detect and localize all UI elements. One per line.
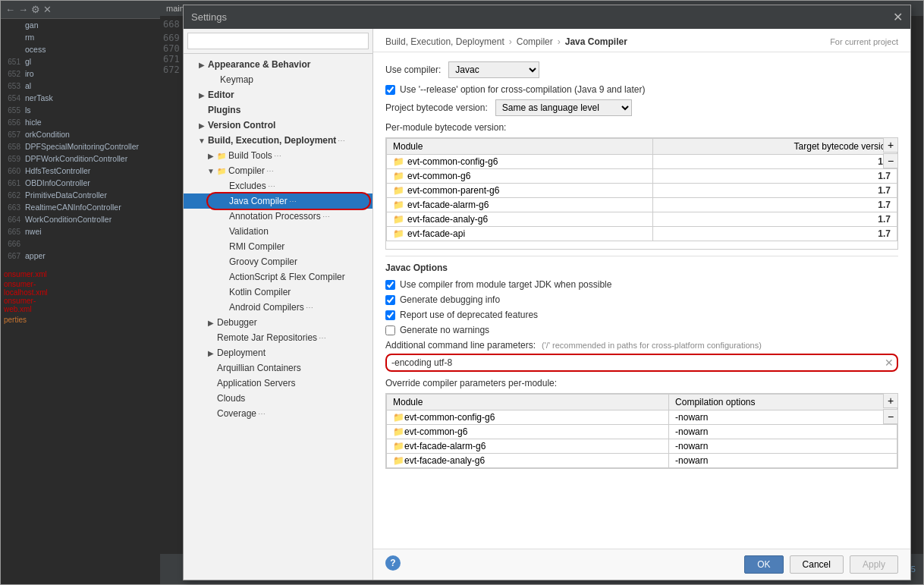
sidebar-item-coverage[interactable]: Coverage ⋯ xyxy=(184,406,372,421)
sidebar-item-build-tools[interactable]: ▶ 📁 Build Tools ⋯ xyxy=(184,148,372,163)
sidebar-item-label: ActionScript & Flex Compiler xyxy=(229,272,345,282)
code-panel: ← → ⚙ ✕ gan rm ocess 651gl 652iro 653al … xyxy=(1,1,160,584)
apply-button[interactable]: Apply xyxy=(850,555,898,574)
add-override-button[interactable]: + xyxy=(883,393,898,408)
settings-dialog: Settings ✕ ▶ Appearance & Behavior xyxy=(183,5,911,580)
remove-module-button[interactable]: − xyxy=(883,153,898,168)
sidebar-item-label: Excludes xyxy=(229,181,266,191)
sidebar-item-plugins[interactable]: Plugins xyxy=(184,102,372,118)
module-table-container: + − Module Target bytecode version xyxy=(385,137,898,250)
sidebar-item-label: Clouds xyxy=(217,393,245,404)
code-line: 664WorkConditionController xyxy=(1,213,160,225)
table-row[interactable]: 📁evt-facade-alarm-g6 -nowarn xyxy=(387,439,897,454)
navigate-forward-icon[interactable]: → xyxy=(18,4,28,15)
sidebar-item-app-servers[interactable]: Application Servers xyxy=(184,376,372,391)
sidebar-item-label: Compiler xyxy=(228,165,265,176)
additional-cmd-input[interactable] xyxy=(385,354,898,372)
navigate-back-icon[interactable]: ← xyxy=(5,4,15,15)
content-panel: Build, Execution, Deployment › Compiler … xyxy=(373,29,910,580)
sidebar-item-compiler[interactable]: ▼ 📁 Compiler ⋯ xyxy=(184,163,372,178)
dialog-close-button[interactable]: ✕ xyxy=(893,10,903,24)
sidebar-item-version-control[interactable]: ▶ Version Control xyxy=(184,118,372,133)
content-header: Build, Execution, Deployment › Compiler … xyxy=(373,29,910,52)
sidebar-item-clouds[interactable]: Clouds xyxy=(184,391,372,406)
sidebar-item-kotlin-compiler[interactable]: Kotlin Compiler xyxy=(184,285,372,300)
sidebar-item-deployment[interactable]: ▶ Deployment xyxy=(184,345,372,360)
expand-icon: ▶ xyxy=(205,349,217,357)
clear-input-icon[interactable]: ✕ xyxy=(885,357,894,369)
add-module-button[interactable]: + xyxy=(883,137,898,153)
sidebar-item-editor[interactable]: ▶ Editor xyxy=(184,87,372,102)
per-module-label: Per-module bytecode version: xyxy=(385,122,898,133)
table-row[interactable]: 📁evt-common-g6 1.7 xyxy=(387,169,897,184)
sidebar-item-annotation-processors[interactable]: Annotation Processors ⋯ xyxy=(184,209,372,224)
code-line: ocess xyxy=(1,43,160,55)
sidebar-item-label: Build Tools xyxy=(228,150,272,161)
folder-icon: 📁 xyxy=(393,200,404,210)
folder-icon: 📁 xyxy=(393,171,404,181)
sidebar-item-remote-jar[interactable]: Remote Jar Repositories ⋯ xyxy=(184,330,372,345)
sidebar-item-label: Keymap xyxy=(220,74,253,85)
use-module-jdk-checkbox[interactable] xyxy=(385,280,395,290)
code-line: 666 xyxy=(1,237,160,250)
release-option-checkbox[interactable] xyxy=(385,85,395,95)
settings-icon: ⋯ xyxy=(266,167,274,175)
code-line: 652iro xyxy=(1,68,160,80)
generate-no-warnings-checkbox[interactable] xyxy=(385,326,395,335)
sidebar-item-validation[interactable]: Validation xyxy=(184,224,372,239)
use-compiler-select[interactable]: Javac xyxy=(448,61,539,78)
dialog-body: ▶ Appearance & Behavior Keymap ▶ Editor xyxy=(184,29,910,580)
table-row[interactable]: 📁evt-facade-analy-g6 -nowarn xyxy=(387,454,897,468)
sidebar-item-groovy-compiler[interactable]: Groovy Compiler xyxy=(184,254,372,269)
sidebar-item-keymap[interactable]: Keymap xyxy=(184,72,372,87)
code-line: rm xyxy=(1,31,160,43)
breadcrumb: Build, Execution, Deployment › Compiler … xyxy=(385,36,627,47)
sidebar-item-java-compiler[interactable]: Java Compiler ⋯ xyxy=(184,193,372,209)
table-row[interactable]: 📁evt-facade-analy-g6 1.7 xyxy=(387,212,897,227)
javac-options-section: Javac Options Use compiler from module t… xyxy=(385,256,898,469)
search-input[interactable] xyxy=(187,33,369,49)
sidebar-item-build-execution[interactable]: ▼ Build, Execution, Deployment ⋯ xyxy=(184,133,372,148)
remove-override-button[interactable]: − xyxy=(883,409,898,424)
cancel-button[interactable]: Cancel xyxy=(790,555,844,574)
override-options-header: Compilation options xyxy=(669,395,897,410)
sidebar-item-appearance[interactable]: ▶ Appearance & Behavior xyxy=(184,57,372,72)
breadcrumb-part-1: Build, Execution, Deployment xyxy=(385,36,504,47)
code-line: 662PrimitiveDataController xyxy=(1,189,160,201)
settings-icon: ⋯ xyxy=(338,137,345,145)
settings-icon[interactable]: ⚙ xyxy=(31,4,40,15)
project-bytecode-row: Project bytecode version: Same as langua… xyxy=(385,99,898,116)
table-row[interactable]: 📁evt-common-g6 -nowarn xyxy=(387,425,897,439)
sidebar-item-debugger[interactable]: ▶ Debugger xyxy=(184,315,372,330)
sidebar-item-excludes[interactable]: Excludes ⋯ xyxy=(184,178,372,193)
table-row[interactable]: 📁evt-facade-api 1.7 xyxy=(387,227,897,241)
table-row[interactable]: 📁evt-common-parent-g6 1.7 xyxy=(387,184,897,198)
sidebar-item-android-compilers[interactable]: Android Compilers ⋯ xyxy=(184,300,372,315)
sidebar-item-rmi-compiler[interactable]: RMI Compiler xyxy=(184,239,372,254)
release-option-row: Use '--release' option for cross-compila… xyxy=(385,84,898,95)
generate-no-warnings-row: Generate no warnings xyxy=(385,325,898,335)
report-deprecated-checkbox[interactable] xyxy=(385,310,395,320)
sidebar-item-label: Appearance & Behavior xyxy=(208,59,310,70)
dialog-footer: ? OK Cancel Apply xyxy=(373,549,910,580)
sidebar-item-label: Annotation Processors xyxy=(229,211,321,222)
code-line: 653al xyxy=(1,80,160,92)
table-row[interactable]: 📁evt-common-config-g6 1.7 xyxy=(387,155,897,169)
table-row[interactable]: 📁evt-facade-alarm-g6 1.7 xyxy=(387,198,897,212)
settings-icon: ⋯ xyxy=(268,182,275,190)
sidebar-item-label: Kotlin Compiler xyxy=(229,287,291,297)
close-panel-icon[interactable]: ✕ xyxy=(43,4,52,15)
project-bytecode-select[interactable]: Same as language level xyxy=(495,99,632,116)
release-option-label: Use '--release' option for cross-compila… xyxy=(400,84,645,95)
settings-icon: ⋯ xyxy=(274,152,281,160)
generate-debugging-checkbox[interactable] xyxy=(385,295,395,305)
sidebar-item-actionscript-compiler[interactable]: ActionScript & Flex Compiler xyxy=(184,269,372,285)
additional-cmd-label: Additional command line parameters: xyxy=(385,340,536,351)
sidebar-item-arquillian[interactable]: Arquillian Containers xyxy=(184,360,372,376)
table-row[interactable]: 📁evt-common-config-g6 -nowarn xyxy=(387,410,897,425)
ok-button[interactable]: OK xyxy=(744,555,783,574)
code-line: 654nerTask xyxy=(1,92,160,104)
report-deprecated-row: Report use of deprecated features xyxy=(385,310,898,320)
help-button[interactable]: ? xyxy=(385,555,401,571)
breadcrumb-part-3: Java Compiler xyxy=(565,36,627,47)
